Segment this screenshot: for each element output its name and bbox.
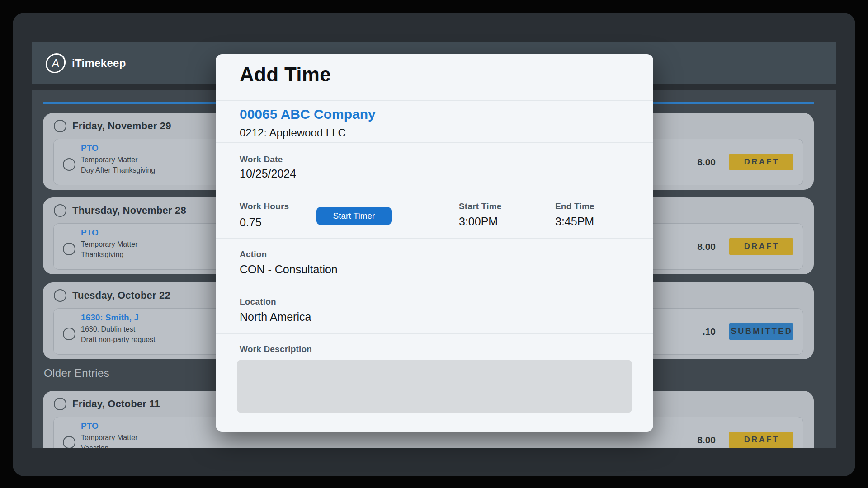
divider	[216, 142, 653, 143]
entry-date: Friday, October 11	[72, 398, 160, 410]
entry-line1: Temporary Matter	[81, 433, 137, 443]
entry-hours: 8.00	[697, 157, 716, 168]
entry-text: 1630: Smith, J 1630: Dublin test Draft n…	[81, 313, 156, 345]
divider	[216, 238, 653, 239]
entry-line2: Draft non-party request	[81, 335, 156, 345]
entry-date: Tuesday, October 22	[72, 290, 170, 301]
divider	[216, 100, 653, 101]
entry-hours: 8.00	[697, 241, 716, 252]
status-badge: DRAFT	[729, 432, 793, 448]
entry-text: PTO Temporary Matter Day After Thanksgiv…	[81, 143, 155, 175]
entry-hours: 8.00	[697, 435, 716, 446]
entry-meta: 8.00 DRAFT	[697, 417, 793, 448]
date-radio[interactable]	[54, 120, 66, 132]
work-description-input[interactable]	[237, 360, 632, 413]
divider	[216, 286, 653, 286]
entry-line2: Thanksgiving	[81, 250, 137, 260]
date-radio[interactable]	[54, 398, 66, 410]
status-badge: DRAFT	[729, 154, 793, 170]
work-hours-field[interactable]: 0.75	[240, 216, 262, 229]
work-hours-label: Work Hours	[240, 202, 289, 211]
location-field[interactable]: North America	[240, 310, 311, 324]
start-time-label: Start Time	[459, 202, 502, 211]
matter-code: PTO	[81, 228, 137, 238]
entry-line2: Day After Thanksgiving	[81, 165, 155, 176]
work-date-label: Work Date	[240, 155, 283, 164]
entry-radio[interactable]	[63, 158, 75, 171]
work-date-field[interactable]: 10/25/2024	[240, 167, 296, 180]
status-badge: DRAFT	[729, 238, 793, 255]
older-entries-label: Older Entries	[44, 367, 109, 380]
entry-line1: 1630: Dublin test	[81, 324, 156, 335]
entry-radio[interactable]	[63, 328, 75, 340]
entry-radio[interactable]	[63, 243, 75, 255]
divider	[216, 426, 653, 426]
client-link[interactable]: 00065 ABC Company	[240, 107, 376, 122]
divider	[216, 333, 653, 334]
entry-date: Thursday, November 28	[72, 205, 186, 216]
date-radio[interactable]	[54, 204, 66, 217]
start-timer-button[interactable]: Start Timer	[316, 207, 392, 225]
matter-name: 0212: Applewood LLC	[240, 127, 346, 139]
end-time-label: End Time	[555, 202, 594, 211]
entry-line1: Temporary Matter	[81, 239, 137, 250]
matter-code: 1630: Smith, J	[81, 313, 156, 323]
work-description-label: Work Description	[240, 344, 312, 354]
date-radio[interactable]	[54, 289, 66, 302]
status-badge: SUBMITTED	[729, 323, 793, 340]
entry-hours: .10	[703, 326, 716, 337]
entry-meta: .10 SUBMITTED	[703, 309, 793, 354]
entry-meta: 8.00 DRAFT	[697, 224, 793, 269]
entry-radio[interactable]	[63, 436, 75, 448]
matter-code: PTO	[81, 143, 155, 153]
entry-line2: Vacation	[81, 443, 137, 448]
matter-code: PTO	[81, 421, 137, 431]
location-label: Location	[240, 297, 276, 307]
entry-text: PTO Temporary Matter Thanksgiving	[81, 228, 137, 260]
app-frame: A iTimekeep Friday, November 29 PTO Temp…	[13, 13, 855, 476]
entry-text: PTO Temporary Matter Vacation	[81, 421, 137, 448]
entry-line1: Temporary Matter	[81, 155, 155, 165]
entry-date: Friday, November 29	[72, 120, 171, 132]
end-time-field[interactable]: 3:45PM	[555, 215, 594, 228]
itimekeep-logo-icon: A	[45, 53, 67, 73]
add-time-modal: Add Time 00065 ABC Company 0212: Applewo…	[216, 54, 653, 432]
entry-meta: 8.00 DRAFT	[697, 139, 793, 185]
start-time-field[interactable]: 3:00PM	[459, 215, 498, 228]
action-field[interactable]: CON - Consultation	[240, 263, 338, 276]
brand-title: iTimekeep	[72, 57, 126, 70]
action-label: Action	[240, 249, 267, 259]
divider	[216, 191, 653, 191]
modal-title: Add Time	[240, 63, 331, 86]
